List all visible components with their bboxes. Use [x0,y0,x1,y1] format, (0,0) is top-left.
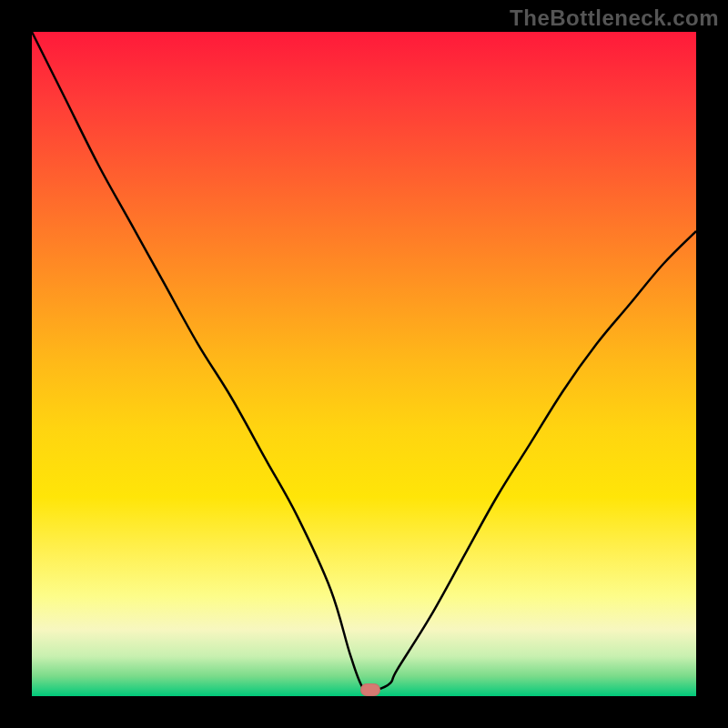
watermark: TheBottleneck.com [510,5,719,31]
bottleneck-curve [32,32,696,693]
curve-svg [0,0,728,728]
chart-frame: TheBottleneck.com [0,0,728,728]
optimal-marker [360,683,380,696]
